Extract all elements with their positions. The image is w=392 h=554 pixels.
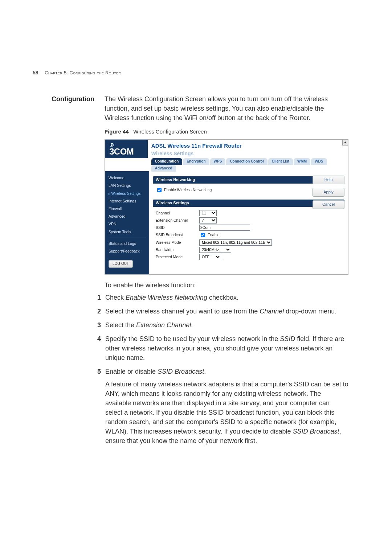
figure-caption: Figure 44 Wireless Configuration Screen (105, 128, 348, 136)
ssid-label: SSID (156, 225, 199, 230)
tab-wps[interactable]: WPS (210, 158, 226, 165)
chapter-title: Chapter 5: Configuring the Router (45, 70, 121, 75)
sidebar-item-wireless-settings[interactable]: Wireless Settings (105, 190, 149, 197)
step-number: 2 (91, 307, 101, 316)
step-text: Specify the SSID to be used by your wire… (105, 334, 348, 362)
ssid-broadcast-enable-label: Enable (208, 232, 220, 238)
step-number: 4 (91, 334, 101, 362)
emphasis: Channel (260, 308, 284, 315)
router-subtitle: Wireless Settings (151, 150, 344, 157)
running-header: 58 Chapter 5: Configuring the Router (33, 69, 121, 77)
page-number: 58 (33, 70, 38, 75)
emphasis: SSID Broadcast (293, 428, 339, 435)
brand-logo: ֎ 3COM (105, 140, 148, 158)
step-item: 2Select the wireless channel you want to… (105, 307, 348, 316)
nav-divider (109, 238, 146, 238)
tab-encryption[interactable]: Encryption (183, 158, 209, 165)
wireless-mode-label: Wireless Mode (156, 240, 199, 245)
enable-wireless-checkbox[interactable]: Enable Wireless Networking (156, 187, 212, 193)
apply-button[interactable]: Apply (313, 188, 344, 197)
brand-text: 3COM (109, 148, 144, 156)
tab-wds[interactable]: WDS (311, 158, 327, 165)
sidebar-item-lan-settings[interactable]: LAN Settings (105, 182, 149, 189)
protected-mode-label: Protected Mode (156, 254, 199, 260)
figure-label: Figure 44 (105, 128, 129, 135)
channel-select[interactable]: 11 (199, 210, 217, 216)
ext-channel-select[interactable]: 7 (199, 217, 217, 223)
steps-lead: To enable the wireless function: (105, 280, 348, 290)
emphasis: SSID Broadcast (158, 368, 204, 375)
sidebar-item-system-tools[interactable]: System Tools (105, 228, 149, 236)
step-sub-text: A feature of many wireless network adapt… (105, 379, 348, 446)
router-admin-figure: ֎ 3COM ▲ ADSL Wireless 11n Firewall Rout… (105, 139, 348, 275)
step-text: Select the wireless channel you want to … (105, 307, 348, 316)
wireless-mode-select[interactable]: Mixed 802.11n, 802.11g and 802.11b (199, 239, 272, 246)
step-number: 1 (91, 293, 101, 302)
step-text: Select the Extension Channel. (105, 320, 348, 330)
step-item: 1Check Enable Wireless Networking checkb… (105, 293, 348, 302)
step-number: 5 (91, 367, 101, 446)
scroll-up-icon[interactable]: ▲ (342, 140, 348, 145)
tab-connection-control[interactable]: Connection Control (226, 158, 267, 165)
ssid-broadcast-label: SSID Broadcast (156, 232, 199, 238)
emphasis: Enable Wireless Networking (126, 294, 207, 301)
logout-button[interactable]: LOG OUT (109, 260, 133, 268)
step-item: 3Select the Extension Channel. (105, 320, 348, 330)
ext-channel-label: Extension Channel (156, 218, 199, 223)
channel-label: Channel (156, 210, 199, 216)
sidebar-item-firewall[interactable]: Firewall (105, 205, 149, 213)
step-item: 4Specify the SSID to be used by your wir… (105, 334, 348, 362)
figure-caption-text: Wireless Configuration Screen (133, 128, 207, 135)
cancel-button[interactable]: Cancel (313, 200, 344, 209)
bandwidth-select[interactable]: 20/40MHz (199, 247, 231, 253)
step-item: 5Enable or disable SSID Broadcast.A feat… (105, 367, 348, 446)
bandwidth-label: Bandwidth (156, 247, 199, 253)
steps-list: 1Check Enable Wireless Networking checkb… (105, 293, 348, 446)
tab-advanced[interactable]: Advanced (151, 165, 176, 172)
protected-mode-select[interactable]: OFF (199, 254, 221, 260)
step-number: 3 (91, 320, 101, 330)
sidebar-item-advanced[interactable]: Advanced (105, 213, 149, 220)
help-button[interactable]: Help (313, 176, 344, 184)
sidebar-item-support-feedback[interactable]: Support/Feedback (105, 247, 149, 255)
ssid-input[interactable] (199, 225, 250, 231)
enable-wireless-input[interactable] (157, 188, 162, 192)
main-panel: Help Apply Cancel Wireless Networking En… (149, 171, 348, 274)
tab-wmm[interactable]: WMM (294, 158, 310, 165)
ssid-broadcast-checkbox[interactable]: Enable (199, 232, 220, 238)
step-text: Check Enable Wireless Networking checkbo… (105, 293, 348, 302)
sidebar-item-vpn[interactable]: VPN (105, 220, 149, 228)
enable-wireless-label: Enable Wireless Networking (164, 187, 212, 193)
emphasis: SSID (280, 335, 295, 342)
tab-client-list[interactable]: Client List (268, 158, 293, 165)
step-text: Enable or disable SSID Broadcast.A featu… (105, 367, 348, 446)
sidebar-item-welcome[interactable]: Welcome (105, 174, 149, 182)
intro-paragraph: The Wireless Configuration Screen allows… (105, 94, 348, 123)
tab-configuration[interactable]: Configuration (151, 158, 183, 165)
sidebar-item-status-and-logs[interactable]: Status and Logs (105, 240, 149, 247)
emphasis: Extension Channel (136, 321, 191, 329)
sidebar-nav: WelcomeLAN SettingsWireless SettingsInte… (105, 171, 149, 274)
tab-strip: ConfigurationEncryptionWPSConnection Con… (151, 158, 344, 171)
router-title: ADSL Wireless 11n Firewall Router (151, 142, 344, 150)
section-heading: Configuration (33, 94, 94, 450)
sidebar-item-internet-settings[interactable]: Internet Settings (105, 197, 149, 205)
ssid-broadcast-input[interactable] (201, 233, 205, 237)
